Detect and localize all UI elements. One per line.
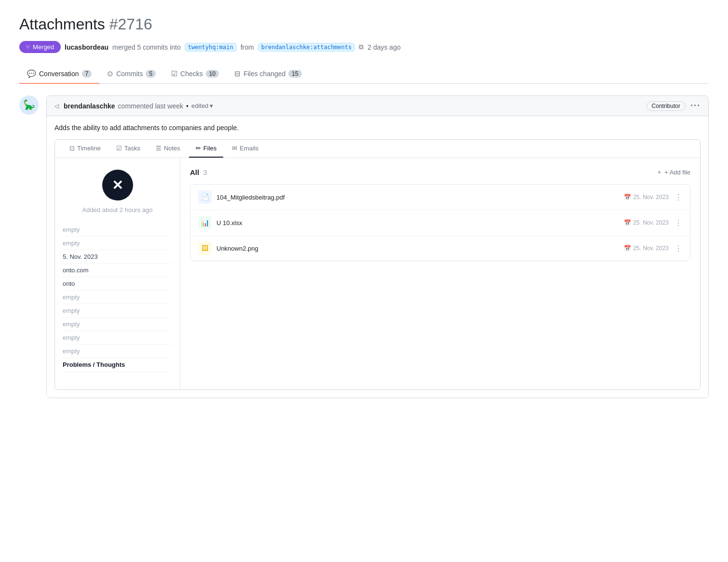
list-item: empty	[63, 223, 172, 237]
files-icon: ✏	[196, 145, 201, 152]
checks-icon: ☑	[171, 69, 177, 78]
file-menu-button[interactable]: ⋮	[674, 244, 682, 253]
file-name[interactable]: 104_Mitgliedsbeitrag.pdf	[216, 194, 285, 201]
logo-x-icon: ✕	[112, 177, 123, 193]
list-item: onto.com	[63, 264, 172, 277]
file-item: 📊 U 10.xlsx 📅 25. Nov. 2023 ⋮	[190, 210, 690, 236]
file-item: 📄 104_Mitgliedsbeitrag.pdf 📅 25. Nov. 20…	[190, 185, 690, 210]
files-changed-icon: ⊟	[234, 69, 241, 78]
file-list: 📄 104_Mitgliedsbeitrag.pdf 📅 25. Nov. 20…	[190, 184, 690, 261]
app-nav-notes[interactable]: ☰ Notes	[149, 140, 187, 158]
left-list: empty empty 5. Nov. 2023 onto.com onto e…	[63, 223, 172, 372]
file-left: 📊 U 10.xlsx	[198, 216, 242, 229]
app-nav-files[interactable]: ✏ Files	[189, 140, 223, 158]
file-date: 📅 25. Nov. 2023	[624, 194, 669, 201]
comment-author[interactable]: brendanlaschke	[64, 102, 115, 110]
app-content: ✕ Added about 2 hours ago empty empty 5.…	[55, 158, 700, 389]
tasks-icon: ☑	[116, 145, 122, 152]
app-nav: ⊡ Timeline ☑ Tasks ☰ Notes ✏ Files	[55, 140, 700, 158]
list-item: empty	[63, 318, 172, 331]
list-item: empty	[63, 345, 172, 358]
comment-body: Adds the ability to add attachments to c…	[47, 116, 708, 398]
file-left: 🖼 Unknown2.png	[198, 241, 258, 255]
edited-button[interactable]: edited ▾	[191, 102, 213, 109]
notes-icon: ☰	[156, 145, 162, 152]
tab-conversation[interactable]: 💬 Conversation 7	[19, 65, 99, 84]
files-count: 3	[203, 168, 207, 176]
commits-badge: 5	[146, 70, 156, 78]
pr-title: Attachments #2716	[19, 15, 709, 33]
checks-badge: 10	[206, 70, 219, 78]
plus-icon: ＋	[656, 168, 662, 176]
file-item: 🖼 Unknown2.png 📅 25. Nov. 2023 ⋮	[190, 236, 690, 261]
copy-icon[interactable]: ⧉	[359, 43, 364, 51]
pr-time: 2 days ago	[367, 43, 401, 51]
app-screenshot: ⊡ Timeline ☑ Tasks ☰ Notes ✏ Files	[54, 139, 701, 390]
chevron-down-icon: ▾	[210, 102, 213, 109]
file-right: 📅 25. Nov. 2023 ⋮	[624, 244, 682, 253]
app-nav-timeline[interactable]: ⊡ Timeline	[63, 140, 108, 158]
file-right: 📅 25. Nov. 2023 ⋮	[624, 218, 682, 227]
commits-icon: ⊙	[107, 69, 113, 78]
emails-icon: ✉	[232, 145, 237, 152]
files-header: All 3 ＋ + Add file	[190, 168, 690, 176]
added-text: Added about 2 hours ago	[82, 206, 152, 214]
tab-checks[interactable]: ☑ Checks 10	[163, 65, 227, 84]
left-panel: ✕ Added about 2 hours ago empty empty 5.…	[55, 158, 180, 389]
merge-icon: ⑂	[26, 43, 30, 51]
comment-description: Adds the ability to add attachments to c…	[54, 124, 701, 132]
file-left: 📄 104_Mitgliedsbeitrag.pdf	[198, 190, 285, 204]
list-item-problems: Problems / Thoughts	[63, 358, 172, 372]
calendar-icon: 📅	[624, 194, 631, 201]
avatar: 🦕	[19, 95, 39, 115]
pr-author: lucasbordeau	[65, 43, 108, 51]
right-panel: All 3 ＋ + Add file	[180, 158, 700, 389]
logo-circle: ✕	[102, 170, 133, 201]
file-date: 📅 25. Nov. 2023	[624, 245, 669, 252]
conversation-icon: 💬	[27, 69, 36, 78]
pr-action: merged 5 commits into	[112, 43, 181, 51]
contributor-badge: Contributor	[647, 101, 686, 111]
comment-container: ◁ brendanlaschke commented last week • e…	[46, 95, 709, 398]
source-branch[interactable]: brendanlaschke:attachments	[258, 43, 355, 52]
tab-commits[interactable]: ⊙ Commits 5	[99, 65, 163, 84]
target-branch[interactable]: twentyhq:main	[185, 43, 237, 52]
timeline-icon: ⊡	[69, 145, 75, 152]
file-name[interactable]: Unknown2.png	[216, 245, 258, 252]
pr-body: 🦕 ◁ brendanlaschke commented last week •…	[19, 95, 709, 398]
file-menu-button[interactable]: ⋮	[674, 193, 682, 202]
list-item: empty	[63, 304, 172, 318]
files-all-count: All 3	[190, 168, 207, 176]
file-date: 📅 25. Nov. 2023	[624, 219, 669, 226]
png-icon: 🖼	[198, 241, 212, 255]
calendar-icon: 📅	[624, 219, 631, 226]
list-item: 5. Nov. 2023	[63, 250, 172, 264]
app-nav-emails[interactable]: ✉ Emails	[225, 140, 265, 158]
file-right: 📅 25. Nov. 2023 ⋮	[624, 193, 682, 202]
add-file-button[interactable]: ＋ + Add file	[656, 168, 690, 176]
conversation-badge: 7	[82, 70, 92, 78]
tab-files-changed[interactable]: ⊟ Files changed 15	[227, 65, 310, 84]
comment-header-right: Contributor ···	[647, 101, 701, 111]
comment-header-left: ◁ brendanlaschke commented last week • e…	[54, 102, 213, 110]
file-menu-button[interactable]: ⋮	[674, 218, 682, 227]
xlsx-icon: 📊	[198, 216, 212, 229]
pdf-icon: 📄	[198, 190, 212, 204]
calendar-icon: 📅	[624, 245, 631, 252]
collapse-button[interactable]: ◁	[54, 103, 59, 109]
more-options-button[interactable]: ···	[690, 101, 701, 111]
file-name[interactable]: U 10.xlsx	[216, 219, 242, 227]
list-item: empty	[63, 237, 172, 250]
merged-badge: ⑂ Merged	[19, 41, 61, 53]
tabs-bar: 💬 Conversation 7 ⊙ Commits 5 ☑ Checks 10…	[19, 65, 709, 84]
files-changed-badge: 15	[288, 70, 301, 78]
comment-time: commented last week	[118, 102, 183, 110]
list-item: empty	[63, 331, 172, 345]
svg-text:🦕: 🦕	[23, 99, 35, 110]
app-nav-tasks[interactable]: ☑ Tasks	[109, 140, 147, 158]
pr-meta: ⑂ Merged lucasbordeau merged 5 commits i…	[19, 41, 709, 53]
list-item: onto	[63, 277, 172, 291]
list-item: empty	[63, 291, 172, 304]
comment-header: ◁ brendanlaschke commented last week • e…	[47, 96, 708, 116]
